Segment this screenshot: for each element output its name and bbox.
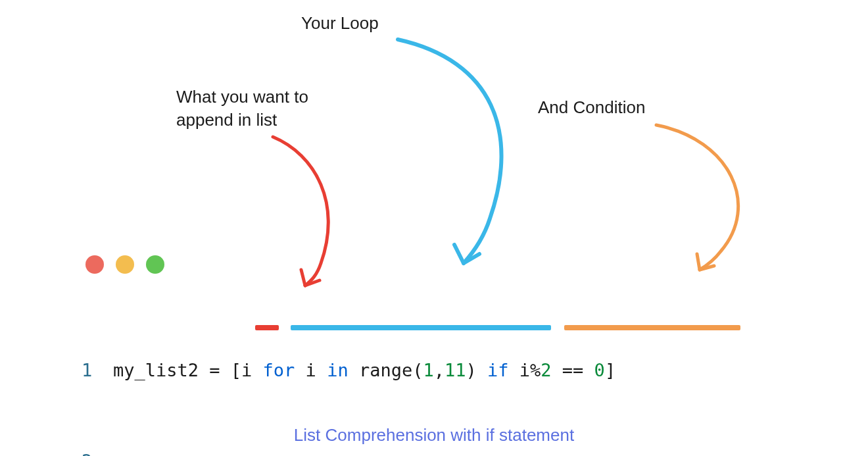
- annotation-condition: And Condition: [538, 96, 645, 119]
- number-literal: 1: [423, 360, 433, 380]
- keyword-in: in: [327, 360, 349, 380]
- number-literal: 0: [594, 360, 605, 380]
- code-text: i: [295, 360, 327, 380]
- code-text: my_list2 = [i: [113, 360, 263, 380]
- code-text: ): [466, 360, 488, 380]
- number-literal: 2: [541, 360, 551, 380]
- underline-condition: [564, 325, 740, 330]
- underline-loop: [291, 325, 551, 330]
- code-text: ]: [605, 360, 615, 380]
- keyword-for: for: [263, 360, 295, 380]
- annotation-append-line1: What you want to: [176, 87, 308, 107]
- code-text: ==: [552, 360, 594, 380]
- window-minimize-icon: [116, 255, 134, 274]
- annotation-loop: Your Loop: [301, 12, 379, 35]
- annotation-append-line2: append in list: [176, 110, 277, 130]
- keyword-if: if: [487, 360, 509, 380]
- code-line-2: 2: [82, 446, 615, 456]
- code-line-1: 1 my_list2 = [i for i in range(1,11) if …: [82, 355, 615, 386]
- window-zoom-icon: [146, 255, 164, 274]
- code-text: i%: [509, 360, 541, 380]
- code-text: ,: [434, 360, 445, 380]
- code-content-1: my_list2 = [i for i in range(1,11) if i%…: [113, 355, 615, 386]
- underline-append: [255, 325, 279, 330]
- code-text: range(: [349, 360, 423, 380]
- line-number: 1: [82, 355, 113, 386]
- window-dots: [85, 255, 164, 274]
- diagram-caption: List Comprehension with if statement: [0, 425, 868, 445]
- arrow-append-icon: [263, 132, 381, 290]
- number-literal: 11: [445, 360, 466, 380]
- arrow-condition-icon: [648, 120, 780, 278]
- line-number: 2: [82, 446, 113, 456]
- annotation-append: What you want to append in list: [176, 86, 308, 132]
- window-close-icon: [85, 255, 104, 274]
- arrow-loop-icon: [391, 34, 562, 278]
